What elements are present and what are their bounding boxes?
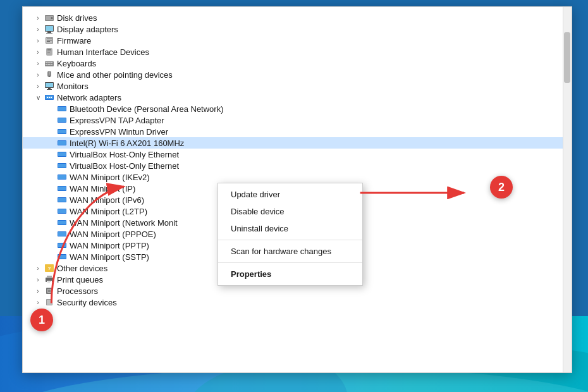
svg-rect-32 xyxy=(46,83,53,87)
tree-item-bluetooth[interactable]: › Bluetooth Device (Personal Area Networ… xyxy=(23,103,572,114)
wan-network-monitor-label: WAN Miniport (Network Monit xyxy=(70,218,178,228)
network-icon-8 xyxy=(57,183,67,193)
svg-rect-53 xyxy=(58,175,66,179)
svg-rect-19 xyxy=(47,52,50,52)
svg-rect-79 xyxy=(47,300,52,305)
svg-rect-45 xyxy=(58,130,66,133)
svg-rect-26 xyxy=(47,64,51,65)
wan-l2tp-label: WAN Miniport (L2TP) xyxy=(70,207,147,216)
svg-rect-63 xyxy=(58,232,66,236)
firmware-label: Firmware xyxy=(57,36,91,46)
svg-rect-25 xyxy=(46,64,47,65)
svg-rect-8 xyxy=(46,26,53,31)
bluetooth-label: Bluetooth Device (Personal Area Network) xyxy=(70,104,224,114)
expand-icon: › xyxy=(33,70,43,80)
disk-drives-icon xyxy=(44,13,54,23)
svg-rect-74 xyxy=(47,283,50,283)
expand-icon: › xyxy=(33,47,43,57)
svg-rect-24 xyxy=(51,62,52,63)
hid-icon xyxy=(44,47,54,57)
tree-item-security-devices[interactable]: › Security devices xyxy=(23,297,572,308)
svg-rect-21 xyxy=(46,62,47,63)
svg-rect-17 xyxy=(47,49,51,50)
expand-icon: › xyxy=(33,58,43,68)
network-icon-10 xyxy=(57,206,67,216)
tree-item-monitors[interactable]: › Monitors xyxy=(23,80,572,92)
svg-point-30 xyxy=(49,76,50,77)
callout-1: 1 xyxy=(30,309,53,331)
expand-icon: › xyxy=(33,81,43,91)
svg-rect-73 xyxy=(47,281,51,282)
context-menu-divider-2 xyxy=(218,262,362,263)
network-icon-2 xyxy=(57,115,67,125)
expressvpn-tap-label: ExpressVPN TAP Adapter xyxy=(70,116,164,125)
bluetooth-icon xyxy=(57,104,67,114)
keyboards-icon xyxy=(44,58,54,68)
tree-item-vbox1[interactable]: › VirtualBox Host-Only Ethernet xyxy=(23,149,572,160)
tree-item-disk-drives[interactable]: › Disk drives xyxy=(23,12,572,23)
svg-rect-47 xyxy=(58,141,66,145)
tree-item-display-adapters[interactable]: › Display adapters xyxy=(23,23,572,35)
tree-item-vbox2[interactable]: › VirtualBox Host-Only Ethernet xyxy=(23,160,572,171)
svg-rect-67 xyxy=(58,255,66,259)
svg-rect-39 xyxy=(51,97,52,98)
network-icon-4 xyxy=(57,138,67,148)
svg-rect-51 xyxy=(58,164,66,168)
svg-rect-22 xyxy=(47,62,49,63)
other-devices-icon: ? xyxy=(44,263,54,273)
tree-item-intel-wifi[interactable]: › Intel(R) Wi-Fi 6 AX201 160MHz xyxy=(23,137,572,149)
monitors-label: Monitors xyxy=(57,82,89,91)
vbox2-label: VirtualBox Host-Only Ethernet xyxy=(70,161,179,171)
scrollbar[interactable] xyxy=(563,7,572,372)
svg-rect-37 xyxy=(47,97,48,98)
svg-rect-34 xyxy=(47,89,52,90)
disk-drives-label: Disk drives xyxy=(57,13,97,23)
vbox1-label: VirtualBox Host-Only Ethernet xyxy=(70,150,179,159)
context-menu-uninstall-device[interactable]: Uninstall device xyxy=(218,220,362,237)
context-menu-update-driver[interactable]: Update driver xyxy=(218,186,362,203)
display-adapters-label: Display adapters xyxy=(57,25,118,34)
expand-icon: › xyxy=(33,13,43,23)
network-icon-11 xyxy=(57,217,67,228)
network-icon-12 xyxy=(57,229,67,239)
expressvpn-wintun-label: ExpressVPN Wintun Driver xyxy=(70,127,168,137)
network-icon-6 xyxy=(57,161,67,171)
scrollbar-thumb[interactable] xyxy=(564,32,570,83)
tree-item-firmware[interactable]: › Firmware xyxy=(23,35,572,46)
svg-rect-49 xyxy=(58,152,66,156)
security-devices-icon xyxy=(44,297,54,307)
network-icon-5 xyxy=(57,149,67,159)
tree-item-network-adapters[interactable]: ∨ Network adapters xyxy=(23,92,572,103)
print-queues-icon xyxy=(44,274,54,285)
tree-item-hid[interactable]: › Human Interface Devices xyxy=(23,46,572,58)
tree-item-expressvpn-tap[interactable]: › ExpressVPN TAP Adapter xyxy=(23,114,572,126)
svg-rect-38 xyxy=(49,97,50,98)
print-queues-label: Print queues xyxy=(57,275,103,285)
tree-item-processors[interactable]: › Processors xyxy=(23,285,572,297)
tree-item-keyboards[interactable]: › Keyboards xyxy=(23,58,572,69)
svg-rect-61 xyxy=(58,221,66,224)
context-menu-divider-1 xyxy=(218,240,362,240)
svg-rect-18 xyxy=(47,51,51,51)
svg-rect-59 xyxy=(58,209,66,213)
tree-item-wan-ikev2[interactable]: › WAN Miniport (IKEv2) xyxy=(23,171,572,183)
wan-pptp-label: WAN Miniport (PPTP) xyxy=(70,241,149,250)
context-menu-properties[interactable]: Properties xyxy=(218,266,362,283)
processors-label: Processors xyxy=(57,286,98,296)
tree-item-mice[interactable]: › Mice and other pointing devices xyxy=(23,69,572,80)
tree-item-expressvpn-wintun[interactable]: › ExpressVPN Wintun Driver xyxy=(23,126,572,137)
expand-icon: › xyxy=(33,286,43,296)
network-icon-14 xyxy=(57,252,67,262)
svg-rect-15 xyxy=(47,41,50,42)
svg-text:?: ? xyxy=(48,266,51,271)
display-adapters-icon xyxy=(44,24,54,34)
svg-point-6 xyxy=(51,17,53,19)
svg-rect-13 xyxy=(47,39,52,39)
context-menu-disable-device[interactable]: Disable device xyxy=(218,203,362,220)
wan-ip-label: WAN Miniport (IP) xyxy=(70,184,135,193)
processors-icon xyxy=(44,286,54,296)
svg-rect-10 xyxy=(46,33,52,34)
hid-label: Human Interface Devices xyxy=(57,47,149,57)
context-menu: Update driver Disable device Uninstall d… xyxy=(217,183,363,286)
context-menu-scan-changes[interactable]: Scan for hardware changes xyxy=(218,243,362,260)
